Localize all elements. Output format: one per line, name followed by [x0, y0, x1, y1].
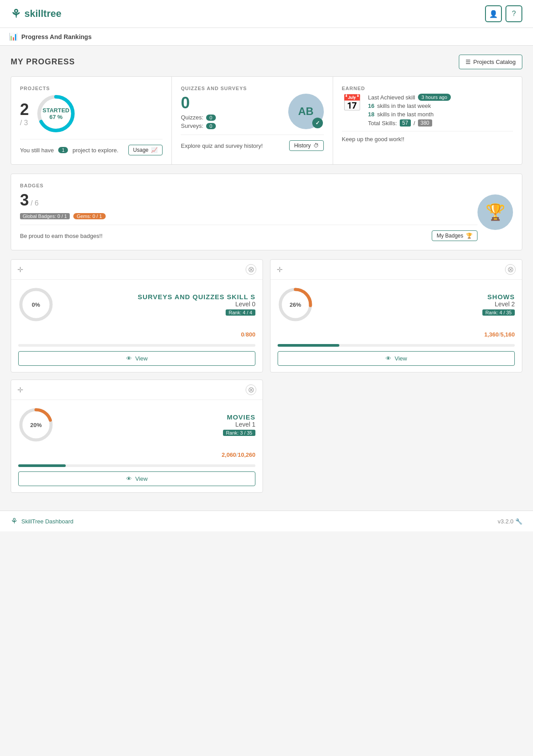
skill-card-body-shows: 26% SHOWS Level 2 Rank: 4 / 35: [270, 280, 522, 329]
projects-count: 2: [20, 100, 29, 119]
drag-icon-movies[interactable]: ✛: [17, 386, 23, 394]
pts-earned-movies: 2,060: [222, 451, 236, 458]
my-progress-header: MY PROGRESS ☰ Projects Catalog: [11, 55, 522, 69]
keepup-text: Keep up the good work!!: [342, 131, 513, 142]
drag-icon-shows[interactable]: ✛: [277, 265, 282, 274]
footer-right: v3.2.0 🔧: [498, 518, 522, 525]
skill-card-body-surveys: 0% SURVEYS AND QUIZZES SKILL S Level 0 R…: [11, 280, 263, 329]
time-badge: 3 hours ago: [418, 94, 451, 101]
projects-label: PROJECTS: [20, 86, 163, 91]
month-text: skills in the last month: [377, 111, 434, 118]
nav-bar: 📊 Progress And Rankings: [0, 28, 533, 46]
skill-card-movies: ✛ ⊗ 20% MOVIES Level 1 Rank: 3 / 35: [11, 380, 263, 493]
earned-card: EARNED 📅 Last Achieved skill 3 hours ago…: [333, 77, 522, 164]
usage-btn-label: Usage: [133, 147, 149, 153]
my-badges-button[interactable]: My Badges 🏆: [432, 230, 477, 241]
my-badges-label: My Badges: [437, 233, 463, 239]
view-button-movies[interactable]: 👁 View: [18, 471, 255, 486]
circle-started: STARTED: [43, 107, 69, 114]
global-badge: Global Badges: 0 / 1: [20, 213, 70, 219]
pts-total-surveys: 800: [246, 331, 255, 338]
projects-card: PROJECTS 2 / 3 STARTED 67 %: [11, 77, 172, 164]
circle-text: STARTED 67 %: [43, 107, 69, 120]
skill-level-surveys: Level 0: [61, 301, 255, 308]
total-earned: 57: [400, 119, 411, 127]
empty-cell: [270, 380, 522, 493]
quizzes-footer: Explore quiz and survey history! History…: [181, 135, 323, 151]
badges-right: 🏆: [477, 183, 513, 241]
circle-pct: 67 %: [43, 114, 69, 120]
quizzes-footer-text: Explore quiz and survey history!: [181, 142, 263, 149]
view-button-shows[interactable]: 👁 View: [278, 351, 515, 366]
projects-circle: STARTED 67 %: [36, 94, 76, 134]
skill-circle-surveys: 0%: [18, 287, 54, 322]
progress-cards: PROJECTS 2 / 3 STARTED 67 %: [11, 76, 522, 165]
skill-card-body-movies: 20% MOVIES Level 1 Rank: 3 / 35: [11, 400, 263, 450]
earned-label: EARNED: [342, 86, 513, 91]
last-skill-row: Last Achieved skill 3 hours ago: [368, 94, 513, 101]
history-button[interactable]: History ⏱: [289, 140, 323, 151]
ab-check: ✓: [312, 118, 323, 128]
surveys-text: Surveys:: [181, 123, 203, 129]
badges-section: BADGES 3 / 6 Global Badges: 0 / 1 Gems: …: [11, 174, 522, 250]
eye-icon-movies: 👁: [126, 475, 132, 482]
projects-catalog-button[interactable]: ☰ Projects Catalog: [459, 55, 522, 69]
surveys-num: 0: [206, 123, 216, 129]
progress-fill-shows: [278, 344, 339, 347]
user-button[interactable]: 👤: [485, 5, 502, 22]
projects-circle-wrap: 2 / 3 STARTED 67 %: [20, 94, 163, 134]
week-text: skills in the last week: [377, 103, 431, 109]
drag-icon[interactable]: ✛: [17, 265, 23, 274]
badges-footer-text: Be proud to earn those badges!!: [20, 233, 103, 239]
skill-pct-movies: 20%: [30, 422, 42, 428]
week-row: 16 skills in the last week: [368, 103, 513, 109]
quizzes-card: QUIZZES AND SURVEYS 0 Quizzes: 0 Surveys…: [172, 77, 333, 164]
logo: ⚘ skilltree: [11, 7, 61, 21]
skill-name-surveys: SURVEYS AND QUIZZES SKILL S: [61, 293, 255, 301]
badges-left: BADGES 3 / 6 Global Badges: 0 / 1 Gems: …: [20, 183, 477, 241]
progress-bar-shows: [278, 344, 515, 347]
view-label-movies: View: [135, 475, 148, 482]
catalog-btn-label: Projects Catalog: [473, 59, 516, 65]
rank-badge-movies: Rank: 3 / 35: [223, 430, 255, 436]
surveys-row: Surveys: 0: [181, 123, 216, 129]
progress-icon: 📊: [9, 32, 18, 41]
progress-fill-movies: [18, 464, 66, 467]
close-icon[interactable]: ⊗: [246, 264, 256, 275]
close-icon-shows[interactable]: ⊗: [505, 264, 516, 275]
history-btn-label: History: [294, 142, 310, 149]
footer-text1: You still have: [20, 147, 54, 154]
help-button[interactable]: ?: [505, 5, 522, 22]
catalog-icon: ☰: [465, 59, 471, 65]
view-button-surveys[interactable]: 👁 View: [18, 351, 255, 366]
main-content: MY PROGRESS ☰ Projects Catalog PROJECTS …: [0, 46, 533, 502]
view-label-shows: View: [395, 355, 407, 362]
quizzes-count: 0: [181, 94, 216, 112]
earned-top: 📅 Last Achieved skill 3 hours ago 16 ski…: [342, 94, 513, 127]
pts-earned-shows: 1,360: [484, 331, 499, 338]
footer-left: ⚘ SkillTree Dashboard: [11, 516, 73, 526]
earned-info: Last Achieved skill 3 hours ago 16 skill…: [368, 94, 513, 127]
eye-icon: 👁: [126, 355, 132, 362]
month-row: 18 skills in the last month: [368, 111, 513, 118]
quizzes-text: Quizzes:: [181, 114, 203, 121]
logo-text: skilltree: [24, 8, 61, 20]
badges-sub: / 6: [31, 199, 39, 207]
gems-badge: Gems: 0 / 1: [73, 213, 106, 219]
total-max: 380: [418, 119, 432, 127]
progress-bar-movies: [18, 464, 255, 467]
skill-level-shows: Level 2: [320, 301, 515, 308]
quizzes-row: Quizzes: 0: [181, 114, 216, 121]
footer-version: v3.2.0: [498, 518, 513, 525]
eye-icon-shows: 👁: [386, 355, 391, 362]
ab-icon: AB ✓: [288, 94, 324, 129]
close-icon-movies[interactable]: ⊗: [246, 384, 256, 395]
badges-label: BADGES: [20, 183, 477, 188]
pts-total-movies: 10,260: [238, 451, 255, 458]
usage-button[interactable]: Usage 📈: [128, 145, 163, 155]
week-num: 16: [368, 103, 374, 109]
footer-version-icon: 🔧: [515, 518, 522, 525]
skill-pts-movies: 2,060/10,260: [11, 451, 263, 460]
history-icon: ⏱: [314, 142, 319, 149]
header: ⚘ skilltree 👤 ?: [0, 0, 533, 28]
